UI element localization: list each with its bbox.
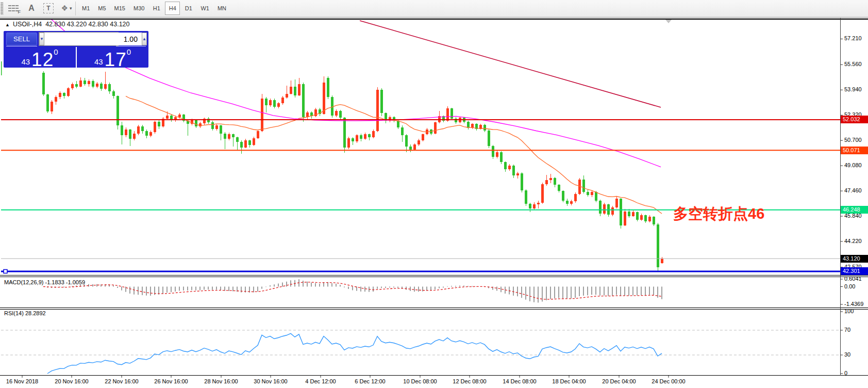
price-chip-50.071: 50.071 (841, 147, 868, 154)
sell-underline (6, 46, 37, 46)
x-axis-label: 26 Nov 16:00 (154, 378, 188, 384)
x-axis-label: 20 Nov 16:00 (55, 378, 88, 384)
sell-button[interactable]: SELL (6, 33, 37, 45)
tab-timeframe-m15[interactable]: M15 (111, 2, 129, 15)
timeframe-toolbar: M1M5M15M30H1H4D1W1MN (78, 2, 231, 15)
ask-price[interactable]: 43 17 0 (77, 47, 148, 68)
volume-input[interactable] (44, 33, 142, 45)
rsi-line (47, 333, 662, 374)
ma-fast-line (126, 96, 662, 214)
volume-stepper: ▼ ▲ (39, 32, 119, 46)
tab-timeframe-h4[interactable]: H4 (165, 2, 180, 15)
toolbar-grip[interactable] (1, 2, 3, 15)
price-chip-46.248: 46.248 (841, 206, 868, 214)
volume-increase-button[interactable]: ▲ (142, 33, 147, 45)
x-axis-label: 22 Nov 16:00 (105, 378, 138, 384)
one-click-trading-panel: SELL ▼ ▲ BUY 43 12 0 43 17 0 (4, 31, 148, 68)
x-axis-label: 20 Dec 04:00 (602, 378, 636, 384)
y-axis-label: 44.220 (844, 238, 862, 244)
x-axis-label: 18 Dec 04:00 (552, 378, 586, 384)
tab-timeframe-m5[interactable]: M5 (94, 2, 109, 15)
x-axis-label: 14 Dec 08:00 (503, 378, 536, 384)
toolbar: F A T ❖ ▾ M1M5M15M30H1H4D1W1MN (0, 0, 868, 17)
ask-pips: 17 (105, 52, 127, 68)
time-axis-line (0, 375, 868, 376)
chevron-down-icon: ▾ (70, 6, 72, 11)
chart-top-border (0, 18, 868, 18)
x-axis-label: 16 Nov 2018 (6, 378, 38, 384)
price-axis-border (840, 18, 841, 376)
text-button[interactable]: A (24, 1, 39, 15)
y-axis-label: 47.460 (844, 187, 862, 193)
ohlc-values: 42.830 43.220 42.830 43.120 (45, 21, 129, 28)
text-label-icon: T (43, 3, 53, 13)
chart-annotation-text: 多空转折点46 (673, 204, 764, 224)
rsi-panel (1, 330, 840, 374)
bid-point: 0 (54, 47, 58, 56)
macd-panel (43, 279, 662, 302)
bid-big-figure: 43 (21, 57, 30, 66)
macd-label: MACD(12,26,9) -1.1833 -1.0059 (4, 279, 85, 285)
text-label-button[interactable]: T (41, 1, 56, 15)
x-axis-label: 6 Dec 12:00 (355, 378, 385, 384)
x-axis-label: 24 Dec 00:00 (652, 378, 685, 384)
symbol-period-label: USOil-,H4 (13, 21, 42, 28)
tab-timeframe-d1[interactable]: D1 (181, 2, 196, 15)
tab-timeframe-h1[interactable]: H1 (149, 2, 164, 15)
mt4-terminal: F A T ❖ ▾ M1M5M15M30H1H4D1W1MN ▲USOil-,H… (0, 0, 868, 388)
macd-axis-label: 0.00 (844, 283, 855, 289)
x-axis-label: 12 Dec 08:00 (453, 378, 486, 384)
fibonacci-lines-icon: F (8, 5, 19, 11)
scroll-shift-marker-icon[interactable] (665, 20, 672, 23)
chart-title: ▲USOil-,H4 42.830 43.220 42.830 43.120 (5, 21, 130, 28)
rsi-separator2 (0, 309, 868, 310)
arrow-objects-button[interactable]: ❖ ▾ (58, 1, 75, 15)
text-icon: A (28, 4, 35, 13)
x-axis-label: 28 Nov 16:00 (204, 378, 238, 384)
volume-decrease-button[interactable]: ▼ (39, 33, 44, 45)
tab-timeframe-mn[interactable]: MN (214, 2, 230, 15)
toolbar-separator (75, 2, 76, 15)
tab-timeframe-m30[interactable]: M30 (130, 2, 148, 15)
price-chip-52.032: 52.032 (841, 116, 868, 123)
y-axis-label: 53.940 (844, 86, 862, 92)
tab-timeframe-m1[interactable]: M1 (78, 2, 93, 15)
x-axis-label: 4 Dec 12:00 (305, 378, 336, 384)
arrow-objects-icon: ❖ (61, 4, 68, 13)
tab-timeframe-w1[interactable]: W1 (197, 2, 213, 15)
y-axis-label: 50.700 (844, 137, 862, 143)
current-price-chip: 43.120 (841, 255, 868, 263)
rsi-axis-label: 30 (844, 351, 850, 358)
collapse-panel-icon[interactable]: ▲ (5, 22, 10, 27)
macd-separator[interactable] (0, 275, 868, 276)
rsi-separator[interactable] (0, 308, 868, 308)
ask-point: 0 (127, 47, 131, 56)
macd-signal-line (43, 282, 662, 299)
ask-big-figure: 43 (94, 57, 103, 66)
descending-trendline (360, 21, 661, 107)
x-axis-label: 10 Dec 08:00 (403, 378, 437, 384)
bid-price[interactable]: 43 12 0 (4, 47, 76, 68)
y-axis-label: 55.560 (844, 61, 862, 67)
rsi-label: RSI(14) 28.2892 (4, 310, 46, 316)
hline-drag-handle[interactable] (4, 269, 7, 273)
price-chip-42.301: 42.301 (841, 267, 868, 275)
y-axis-label: 49.080 (844, 162, 862, 168)
chart-top-border2 (0, 19, 868, 20)
buy-underline (116, 46, 146, 46)
macd-axis-label: -1.4369 (844, 301, 863, 307)
candlesticks (42, 71, 663, 271)
y-axis-label: 57.210 (844, 35, 862, 41)
macd-separator2 (0, 277, 868, 277)
x-axis-label: 30 Nov 16:00 (254, 378, 287, 384)
rsi-axis-label: 70 (844, 327, 850, 333)
fibonacci-lines-button[interactable]: F (5, 1, 22, 15)
bid-pips: 12 (31, 52, 54, 68)
